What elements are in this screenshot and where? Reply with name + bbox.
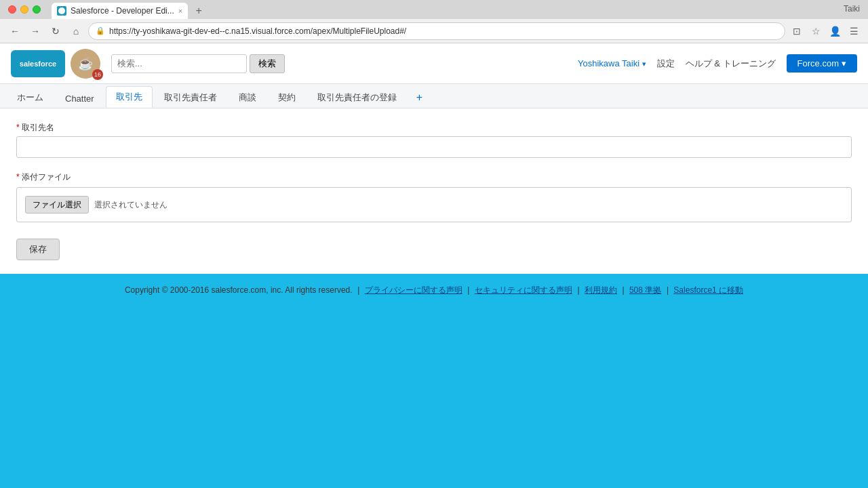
file-choose-button[interactable]: ファイル選択: [25, 196, 89, 214]
address-text: https://ty-yoshikawa-git-dev-ed--c.na15.…: [109, 26, 778, 36]
attachment-label: *添付ファイル: [16, 171, 852, 183]
user-link[interactable]: Yoshikawa Taiki ▾: [578, 58, 646, 68]
form-actions: 保存: [16, 239, 852, 260]
bookmark-icon[interactable]: ☆: [808, 24, 823, 39]
profile-icon[interactable]: 👤: [827, 24, 842, 39]
tab-opportunities[interactable]: 商談: [229, 87, 267, 108]
back-btn[interactable]: ←: [7, 23, 23, 39]
tab-chatter[interactable]: Chatter: [55, 89, 104, 108]
file-no-selected-text: 選択されていません: [94, 199, 167, 211]
search-area: 検索: [111, 54, 285, 73]
help-link[interactable]: ヘルプ & トレーニング: [686, 58, 776, 70]
menu-icon[interactable]: ☰: [846, 24, 861, 39]
salesforce-logo: salesforce: [11, 50, 65, 77]
page-footer: Copyright © 2000-2016 salesforce.com, in…: [0, 274, 868, 307]
tab-contacts[interactable]: 取引先責任者: [154, 87, 227, 108]
account-name-input-wrapper: [16, 136, 852, 158]
search-button[interactable]: 検索: [250, 54, 285, 73]
tab-home[interactable]: ホーム: [7, 87, 54, 108]
tab-favicon: [57, 6, 66, 16]
traffic-lights: [8, 5, 41, 14]
home-btn[interactable]: ⌂: [68, 23, 84, 39]
tab-title: Salesforce - Developer Edi...: [71, 6, 174, 16]
refresh-btn[interactable]: ↻: [47, 23, 64, 39]
sf-nav: ホーム Chatter 取引先 取引先責任者 商談 契約 取引先責任者の登録 +: [0, 84, 868, 108]
address-bar[interactable]: 🔒 https://ty-yoshikawa-git-dev-ed--c.na1…: [88, 22, 785, 40]
copyright-text: Copyright © 2000-2016 salesforce.com, in…: [125, 285, 353, 295]
tab-accounts[interactable]: 取引先: [106, 86, 153, 108]
browser-user-label: Taiki: [844, 4, 860, 14]
browser-tabs: Salesforce - Developer Edi... × +: [52, 0, 210, 19]
close-traffic-light[interactable]: [8, 5, 16, 14]
active-tab[interactable]: Salesforce - Developer Edi... ×: [52, 3, 188, 19]
footer-sf1-link[interactable]: Salesforce1 に移動: [673, 285, 743, 295]
save-button[interactable]: 保存: [16, 239, 60, 260]
attachment-section: *添付ファイル ファイル選択 選択されていません: [16, 171, 852, 222]
logo-text: salesforce: [20, 60, 56, 68]
svg-point-0: [58, 7, 65, 14]
forward-btn[interactable]: →: [27, 23, 43, 39]
footer-508-link[interactable]: 508 準拠: [629, 285, 661, 295]
lock-icon: 🔒: [96, 26, 105, 35]
dreamforce-mascot: ☕ 16: [71, 49, 100, 79]
tab-close-btn[interactable]: ×: [178, 7, 182, 15]
footer-privacy-link[interactable]: プライバシーに関する声明: [365, 285, 462, 295]
tab-register-contacts[interactable]: 取引先責任者の登録: [307, 87, 407, 108]
account-name-label: *取引先名: [16, 122, 852, 134]
settings-link[interactable]: 設定: [657, 58, 675, 70]
tab-add-btn[interactable]: +: [408, 87, 431, 108]
reader-mode-icon[interactable]: ⊡: [789, 24, 804, 39]
browser-toolbar: ← → ↻ ⌂ 🔒 https://ty-yoshikawa-git-dev-e…: [0, 19, 868, 43]
tab-contracts[interactable]: 契約: [268, 87, 306, 108]
footer-security-link[interactable]: セキュリティに関する声明: [475, 285, 572, 295]
new-tab-btn[interactable]: +: [188, 3, 210, 19]
header-right: Yoshikawa Taiki ▾ 設定 ヘルプ & トレーニング Force.…: [578, 54, 857, 73]
sf-header: salesforce ☕ 16 検索 Yoshikawa Taiki ▾ 設定 …: [0, 43, 868, 84]
forcecom-button[interactable]: Force.com ▾: [787, 54, 857, 73]
search-input[interactable]: [111, 54, 247, 73]
account-name-section: *取引先名: [16, 122, 852, 158]
sf-content: *取引先名 *添付ファイル ファイル選択 選択されていません 保存: [0, 108, 868, 274]
maximize-traffic-light[interactable]: [33, 5, 41, 14]
footer-terms-link[interactable]: 利用規約: [585, 285, 617, 295]
mascot-badge: 16: [92, 69, 103, 80]
minimize-traffic-light[interactable]: [20, 5, 28, 14]
salesforce-app: salesforce ☕ 16 検索 Yoshikawa Taiki ▾ 設定 …: [0, 43, 868, 274]
file-upload-area: ファイル選択 選択されていません: [16, 187, 852, 222]
account-name-input[interactable]: [16, 136, 852, 158]
toolbar-right: ⊡ ☆ 👤 ☰: [789, 24, 861, 39]
